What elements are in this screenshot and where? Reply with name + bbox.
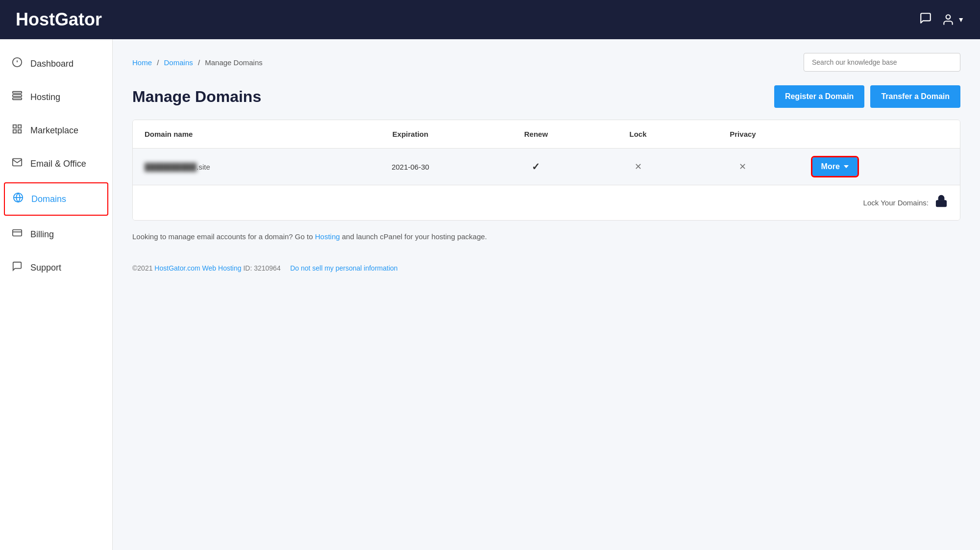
sidebar-item-hosting[interactable]: Hosting (0, 80, 112, 114)
top-header: HostGator ▼ (0, 0, 980, 39)
svg-point-0 (946, 15, 951, 19)
domain-name-blurred: ██████████ (145, 163, 196, 171)
col-lock: Lock (591, 120, 686, 149)
chevron-down-icon: ▼ (957, 16, 964, 24)
svg-rect-8 (18, 125, 21, 128)
privacy-x-icon: ✕ (739, 162, 746, 172)
more-button[interactable]: More (812, 157, 858, 176)
lock-cell: ✕ (591, 149, 686, 185)
col-actions (801, 120, 960, 149)
col-renew: Renew (481, 120, 591, 149)
billing-icon (12, 227, 23, 241)
footer-hg-link[interactable]: HostGator.com Web Hosting (154, 264, 241, 272)
domain-table: Domain name Expiration Renew Lock Privac… (133, 120, 960, 185)
col-domain-name: Domain name (133, 120, 340, 149)
sidebar-item-billing[interactable]: Billing (0, 218, 112, 251)
knowledge-base-search[interactable] (804, 53, 960, 72)
sidebar: Dashboard Hosting Marketplace Email & Of… (0, 39, 113, 550)
sidebar-label-email-office: Email & Office (30, 159, 86, 169)
more-chevron-icon (844, 165, 849, 168)
chat-icon[interactable] (919, 12, 932, 27)
svg-rect-10 (18, 130, 21, 133)
breadcrumb-current: Manage Domains (205, 58, 263, 67)
marketplace-icon (12, 124, 23, 137)
info-text-before: Looking to manage email accounts for a d… (132, 232, 315, 241)
dashboard-icon (12, 57, 23, 71)
domains-icon (13, 192, 24, 206)
info-text-after: and launch cPanel for your hosting packa… (340, 232, 487, 241)
renew-cell: ✓ (481, 149, 591, 185)
col-privacy: Privacy (685, 120, 800, 149)
breadcrumb-domains[interactable]: Domains (164, 58, 193, 67)
domain-table-container: Domain name Expiration Renew Lock Privac… (132, 120, 960, 221)
svg-rect-7 (13, 125, 16, 128)
hosting-icon (12, 90, 23, 104)
hosting-link[interactable]: Hosting (315, 232, 340, 241)
sidebar-label-marketplace: Marketplace (30, 125, 78, 136)
privacy-cell: ✕ (685, 149, 800, 185)
info-text: Looking to manage email accounts for a d… (132, 232, 960, 241)
breadcrumb-home[interactable]: Home (132, 58, 152, 67)
svg-rect-4 (13, 92, 22, 94)
lock-x-icon: ✕ (635, 162, 642, 172)
breadcrumb: Home / Domains / Manage Domains (132, 58, 263, 67)
sidebar-item-marketplace[interactable]: Marketplace (0, 114, 112, 147)
sidebar-item-email-office[interactable]: Email & Office (0, 147, 112, 180)
user-menu[interactable]: ▼ (942, 13, 964, 26)
sidebar-label-support: Support (30, 263, 61, 273)
page-header: Manage Domains Register a Domain Transfe… (132, 85, 960, 108)
main-content: Home / Domains / Manage Domains Manage D… (113, 39, 980, 550)
sidebar-label-dashboard: Dashboard (30, 59, 74, 69)
sidebar-label-billing: Billing (30, 229, 54, 240)
svg-rect-5 (13, 95, 22, 97)
register-domain-button[interactable]: Register a Domain (774, 85, 864, 108)
sidebar-label-hosting: Hosting (30, 92, 60, 102)
svg-rect-6 (13, 98, 22, 100)
sidebar-item-dashboard[interactable]: Dashboard (0, 47, 112, 80)
breadcrumb-separator-1: / (157, 58, 159, 67)
lock-your-domains-label: Lock Your Domains: (863, 199, 929, 207)
sidebar-item-support[interactable]: Support (0, 251, 112, 284)
footer-id: ID: 3210964 (242, 264, 281, 272)
top-bar: Home / Domains / Manage Domains (132, 53, 960, 72)
sidebar-label-domains: Domains (31, 194, 66, 204)
footer-copyright: ©2021 (132, 264, 154, 272)
domain-name-cell: ██████████.site (133, 149, 340, 185)
page-title: Manage Domains (132, 88, 261, 106)
header-icons: ▼ (919, 12, 964, 27)
lock-section: Lock Your Domains: (133, 185, 960, 220)
more-cell: More (801, 149, 960, 185)
svg-rect-13 (13, 230, 22, 236)
more-button-label: More (821, 162, 840, 171)
domain-name-suffix: .site (196, 163, 210, 171)
header-buttons: Register a Domain Transfer a Domain (774, 85, 960, 108)
footer: ©2021 HostGator.com Web Hosting ID: 3210… (132, 264, 960, 272)
email-icon (12, 157, 23, 171)
renew-check-icon: ✓ (532, 161, 540, 172)
logo: HostGator (16, 9, 102, 30)
transfer-domain-button[interactable]: Transfer a Domain (870, 85, 960, 108)
footer-privacy-link[interactable]: Do not sell my personal information (290, 264, 397, 272)
sidebar-item-domains[interactable]: Domains (4, 182, 108, 216)
expiration-cell: 2021-06-30 (340, 149, 481, 185)
breadcrumb-separator-2: / (198, 58, 200, 67)
svg-rect-15 (936, 200, 947, 207)
table-row: ██████████.site 2021-06-30 ✓ ✕ ✕ (133, 149, 960, 185)
col-expiration: Expiration (340, 120, 481, 149)
lock-icon[interactable] (934, 194, 948, 211)
support-icon (12, 261, 23, 275)
svg-rect-9 (13, 130, 16, 133)
